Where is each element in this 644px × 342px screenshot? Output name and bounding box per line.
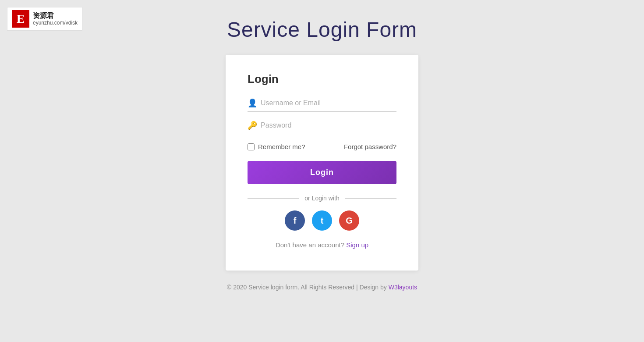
divider-line-left bbox=[248, 198, 299, 199]
remember-checkbox[interactable] bbox=[248, 143, 255, 150]
login-card: Login 👤 🔑 Remember me? Forgot password? … bbox=[226, 55, 418, 271]
remember-me-label[interactable]: Remember me? bbox=[248, 143, 305, 150]
facebook-login-button[interactable]: f bbox=[285, 210, 305, 231]
main-content: Login 👤 🔑 Remember me? Forgot password? … bbox=[0, 50, 644, 271]
signup-link[interactable]: Sign up bbox=[346, 241, 368, 249]
social-buttons: f t G bbox=[248, 210, 396, 231]
signup-text: Don't have an account? Sign up bbox=[248, 241, 396, 249]
username-input[interactable] bbox=[261, 99, 396, 107]
logo-url: eyunzhu.com/vdisk bbox=[33, 20, 78, 26]
twitter-login-button[interactable]: t bbox=[312, 210, 332, 231]
footer: © 2020 Service login form. All Rights Re… bbox=[0, 271, 644, 299]
login-button[interactable]: Login bbox=[248, 161, 396, 184]
remember-me-text: Remember me? bbox=[258, 143, 305, 150]
key-icon: 🔑 bbox=[248, 121, 256, 130]
page-title: Service Login Form bbox=[0, 0, 644, 50]
password-input[interactable] bbox=[261, 121, 396, 129]
footer-link[interactable]: W3layouts bbox=[389, 284, 417, 291]
logo-container: E 资源君 eyunzhu.com/vdisk bbox=[7, 7, 82, 31]
username-input-group: 👤 bbox=[248, 98, 396, 112]
footer-text: © 2020 Service login form. All Rights Re… bbox=[227, 284, 387, 291]
divider: or Login with bbox=[248, 195, 396, 202]
logo-icon: E bbox=[12, 10, 29, 28]
password-input-group: 🔑 bbox=[248, 121, 396, 134]
logo-title: 资源君 bbox=[33, 11, 78, 20]
login-heading: Login bbox=[248, 72, 396, 86]
divider-line-right bbox=[345, 198, 396, 199]
logo-text: 资源君 eyunzhu.com/vdisk bbox=[33, 11, 78, 26]
forgot-password-link[interactable]: Forgot password? bbox=[344, 143, 396, 150]
signup-prompt: Don't have an account? bbox=[276, 241, 344, 249]
user-icon: 👤 bbox=[248, 98, 256, 108]
google-login-button[interactable]: G bbox=[339, 210, 359, 231]
form-options: Remember me? Forgot password? bbox=[248, 143, 396, 150]
divider-text: or Login with bbox=[304, 195, 339, 202]
